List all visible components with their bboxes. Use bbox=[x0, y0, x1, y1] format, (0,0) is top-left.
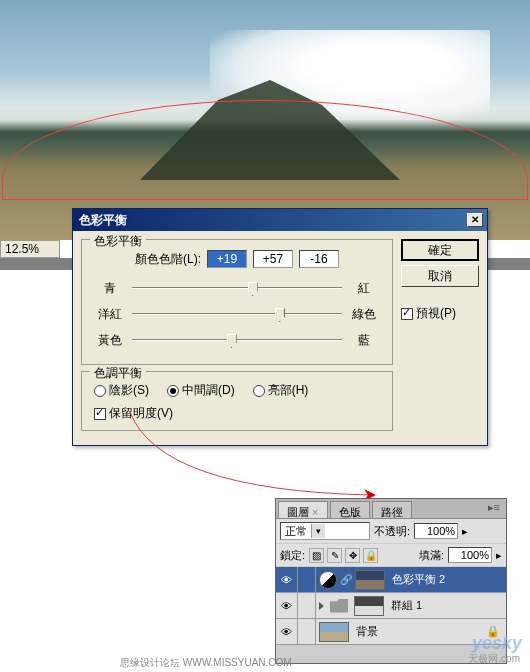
layer-name[interactable]: 色彩平衡 2 bbox=[388, 572, 506, 587]
level-cyan-red-input[interactable]: +19 bbox=[207, 250, 247, 268]
cancel-button[interactable]: 取消 bbox=[401, 265, 479, 287]
slider-magenta-green[interactable] bbox=[132, 304, 342, 324]
watermark-sub: 天极网.com bbox=[468, 652, 520, 666]
fill-input[interactable]: 100% bbox=[448, 547, 492, 563]
fill-flyout-icon[interactable]: ▸ bbox=[496, 549, 502, 562]
watermark: yesky bbox=[472, 633, 522, 654]
lock-pixels-icon[interactable]: ✎ bbox=[327, 548, 342, 563]
slider-left-label: 青 bbox=[94, 280, 126, 297]
ok-button[interactable]: 確定 bbox=[401, 239, 479, 261]
visibility-toggle[interactable]: 👁 bbox=[276, 567, 298, 592]
lock-position-icon[interactable]: ✥ bbox=[345, 548, 360, 563]
level-magenta-green-input[interactable]: +57 bbox=[253, 250, 293, 268]
opacity-flyout-icon[interactable]: ▸ bbox=[462, 525, 468, 538]
tab-paths[interactable]: 路徑 bbox=[372, 501, 412, 518]
close-icon[interactable]: ✕ bbox=[467, 213, 483, 227]
chevron-down-icon: ▾ bbox=[311, 524, 325, 538]
dialog-title: 色彩平衡 bbox=[77, 212, 467, 229]
group-title: 色調平衡 bbox=[90, 365, 146, 382]
slider-left-label: 黃色 bbox=[94, 332, 126, 349]
shadows-radio[interactable]: 陰影(S) bbox=[94, 382, 149, 399]
blend-mode-dropdown[interactable]: 正常▾ bbox=[280, 522, 370, 540]
layer-row[interactable]: 👁 群組 1 bbox=[276, 593, 506, 619]
layer-name[interactable]: 背景 bbox=[352, 624, 486, 639]
highlights-radio[interactable]: 亮部(H) bbox=[253, 382, 309, 399]
lock-transparent-icon[interactable]: ▨ bbox=[309, 548, 324, 563]
opacity-input[interactable]: 100% bbox=[414, 523, 458, 539]
expand-icon[interactable] bbox=[319, 602, 324, 610]
layer-mask-thumb[interactable] bbox=[355, 570, 385, 590]
link-icon: 🔗 bbox=[340, 574, 352, 585]
zoom-indicator[interactable]: 12.5% bbox=[0, 240, 60, 258]
lock-all-icon[interactable]: 🔒 bbox=[363, 548, 378, 563]
layer-thumb[interactable] bbox=[319, 622, 349, 642]
color-balance-group: 色彩平衡 顏色色階(L): +19 +57 -16 青 紅 洋紅 綠色 bbox=[81, 239, 393, 365]
tone-balance-group: 色調平衡 陰影(S) 中間調(D) 亮部(H) 保留明度(V) bbox=[81, 371, 393, 431]
opacity-label: 不透明: bbox=[374, 524, 410, 539]
layer-name[interactable]: 群組 1 bbox=[387, 598, 506, 613]
slider-right-label: 綠色 bbox=[348, 306, 380, 323]
slider-left-label: 洋紅 bbox=[94, 306, 126, 323]
tab-channels[interactable]: 色版 bbox=[330, 501, 370, 518]
slider-cyan-red[interactable] bbox=[132, 278, 342, 298]
slider-yellow-blue[interactable] bbox=[132, 330, 342, 350]
tab-layers[interactable]: 圖層 × bbox=[278, 501, 328, 518]
fill-label: 填滿: bbox=[419, 548, 444, 563]
levels-label: 顏色色階(L): bbox=[135, 251, 201, 268]
midtones-radio[interactable]: 中間調(D) bbox=[167, 382, 235, 399]
preserve-luminosity-checkbox[interactable]: 保留明度(V) bbox=[94, 406, 173, 420]
color-balance-dialog: 色彩平衡 ✕ 色彩平衡 顏色色階(L): +19 +57 -16 青 紅 洋紅 bbox=[72, 208, 488, 446]
photo-canvas bbox=[0, 0, 530, 240]
folder-icon bbox=[330, 599, 348, 613]
adjustment-layer-icon bbox=[319, 571, 337, 589]
slider-right-label: 藍 bbox=[348, 332, 380, 349]
footer-text: 思缘设计论坛 WWW.MISSYUAN.COM bbox=[120, 656, 292, 670]
panel-menu-icon[interactable]: ▸≡ bbox=[482, 499, 506, 518]
visibility-toggle[interactable]: 👁 bbox=[276, 593, 298, 618]
level-yellow-blue-input[interactable]: -16 bbox=[299, 250, 339, 268]
slider-right-label: 紅 bbox=[348, 280, 380, 297]
dialog-titlebar[interactable]: 色彩平衡 ✕ bbox=[73, 209, 487, 231]
group-title: 色彩平衡 bbox=[90, 233, 146, 250]
visibility-toggle[interactable]: 👁 bbox=[276, 619, 298, 644]
lock-label: 鎖定: bbox=[280, 548, 305, 563]
layer-row[interactable]: 👁 🔗 色彩平衡 2 bbox=[276, 567, 506, 593]
preview-checkbox[interactable]: 預視(P) bbox=[401, 305, 479, 322]
layer-thumb[interactable] bbox=[354, 596, 384, 616]
